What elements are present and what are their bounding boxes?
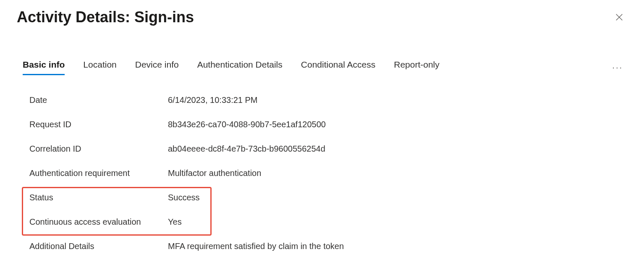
row-correlation-id: Correlation ID ab04eeee-dc8f-4e7b-73cb-b… [29,136,627,161]
tab-conditional-access[interactable]: Conditional Access [301,60,375,75]
close-icon [615,13,624,22]
label-correlation-id: Correlation ID [29,144,168,154]
label-request-id: Request ID [29,120,168,129]
value-auth-requirement: Multifactor authentication [168,168,261,178]
label-status: Status [29,193,168,202]
tab-location[interactable]: Location [83,60,116,75]
value-additional-details: MFA requirement satisfied by claim in th… [168,242,344,251]
tab-basic-info[interactable]: Basic info [23,60,65,75]
value-correlation-id: ab04eeee-dc8f-4e7b-73cb-b9600556254d [168,144,325,154]
label-auth-requirement: Authentication requirement [29,168,168,178]
tab-device-info[interactable]: Device info [135,60,179,75]
tab-authentication-details[interactable]: Authentication Details [197,60,283,75]
details-list: Date 6/14/2023, 10:33:21 PM Request ID 8… [17,88,627,258]
row-request-id: Request ID 8b343e26-ca70-4088-90b7-5ee1a… [29,112,627,136]
more-button[interactable]: ··· [608,60,627,75]
close-button[interactable] [611,9,627,25]
tabs-container: Basic info Location Device info Authenti… [23,60,440,75]
tab-bar: Basic info Location Device info Authenti… [17,60,627,75]
value-cae: Yes [168,217,182,227]
tab-report-only[interactable]: Report-only [394,60,440,75]
label-date: Date [29,95,168,105]
panel-header: Activity Details: Sign-ins [17,8,627,26]
value-status: Success [168,193,200,202]
label-cae: Continuous access evaluation [29,217,168,227]
value-date: 6/14/2023, 10:33:21 PM [168,95,258,105]
row-status: Status Success [29,185,627,210]
page-title: Activity Details: Sign-ins [17,8,194,26]
label-additional-details: Additional Details [29,242,168,251]
row-cae: Continuous access evaluation Yes [29,210,627,234]
value-request-id: 8b343e26-ca70-4088-90b7-5ee1af120500 [168,120,326,129]
row-auth-requirement: Authentication requirement Multifactor a… [29,161,627,185]
more-icon: ··· [612,63,623,72]
row-date: Date 6/14/2023, 10:33:21 PM [29,88,627,112]
row-additional-details: Additional Details MFA requirement satis… [29,234,627,258]
